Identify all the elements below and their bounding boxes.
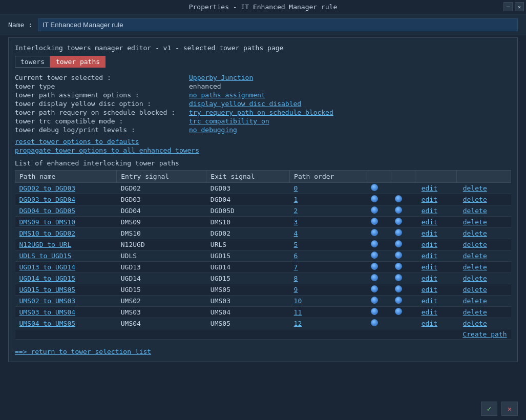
tab-tower-paths[interactable]: tower paths: [50, 56, 106, 68]
path-name-link[interactable]: UMS02 to UMS03: [19, 297, 76, 305]
entry-signal: UMS03: [117, 307, 206, 318]
reset-link[interactable]: reset tower options to defaults: [15, 138, 139, 145]
path-name-link[interactable]: UDLS to UGD15: [19, 252, 72, 260]
footer-close-button[interactable]: ✕: [501, 402, 518, 416]
blue-dot-2[interactable]: [395, 240, 402, 247]
path-name-link[interactable]: DGD02 to DGD03: [19, 184, 76, 192]
blue-dot-1[interactable]: [371, 263, 378, 270]
paths-table: Path name Entry signal Exit signal Path …: [15, 170, 511, 340]
path-order-link[interactable]: 12: [294, 320, 302, 327]
blue-dot-2[interactable]: [395, 251, 402, 259]
blue-dot-1[interactable]: [371, 218, 378, 225]
col-delete: [457, 171, 511, 183]
path-name-link[interactable]: DMS10 to DGD02: [19, 229, 76, 237]
path-name-link[interactable]: UMS04 to UMS05: [19, 320, 76, 327]
minimize-button[interactable]: ─: [503, 2, 513, 11]
path-order-link[interactable]: 4: [294, 229, 298, 237]
blue-dot-1[interactable]: [371, 195, 378, 202]
blue-dot-2[interactable]: [395, 274, 402, 281]
field-value[interactable]: display yellow disc disabled: [189, 100, 301, 108]
edit-link[interactable]: edit: [422, 320, 437, 327]
path-order-link[interactable]: 0: [294, 184, 298, 192]
blue-dot-1[interactable]: [371, 274, 378, 281]
blue-dot-2[interactable]: [395, 206, 402, 214]
blue-dot-2[interactable]: [395, 285, 402, 292]
path-order-link[interactable]: 3: [294, 218, 298, 226]
exit-signal: UMS05: [206, 318, 290, 329]
path-order-link[interactable]: 10: [294, 297, 302, 305]
delete-link[interactable]: delete: [463, 286, 487, 293]
path-name-link[interactable]: UGD13 to UGD14: [19, 263, 76, 271]
edit-link[interactable]: edit: [422, 184, 437, 192]
field-value[interactable]: Upperby Junction: [189, 74, 253, 81]
delete-link[interactable]: delete: [463, 218, 487, 226]
blue-dot-1[interactable]: [371, 251, 378, 259]
blue-dot-1[interactable]: [371, 240, 378, 247]
blue-dot-1[interactable]: [371, 229, 378, 236]
path-order-link[interactable]: 2: [294, 207, 298, 215]
blue-dot-1[interactable]: [371, 319, 378, 326]
path-order-link[interactable]: 5: [294, 241, 298, 248]
name-input[interactable]: [38, 18, 518, 31]
path-name-link[interactable]: DGD03 to DGD04: [19, 196, 76, 203]
path-name-link[interactable]: DMS09 to DMS10: [19, 218, 76, 226]
blue-dot-1[interactable]: [371, 308, 378, 315]
tab-towers[interactable]: towers: [15, 56, 50, 68]
delete-link[interactable]: delete: [463, 241, 487, 248]
edit-link[interactable]: edit: [422, 308, 437, 316]
field-value[interactable]: try requery path on schedule blocked: [189, 109, 333, 116]
blue-dot-2[interactable]: [395, 218, 402, 225]
field-trc: tower trc compatible mode : trc compatib…: [15, 117, 511, 125]
edit-link[interactable]: edit: [422, 252, 437, 260]
propagate-link[interactable]: propagate tower options to all enhanced …: [15, 146, 199, 154]
field-value[interactable]: no debugging: [189, 126, 237, 134]
blue-dot-2[interactable]: [395, 195, 402, 202]
edit-link[interactable]: edit: [422, 297, 437, 305]
delete-link[interactable]: delete: [463, 297, 487, 305]
path-name-link[interactable]: N12UGD to URL: [19, 241, 72, 248]
blue-dot-1[interactable]: [371, 184, 378, 191]
edit-link[interactable]: edit: [422, 218, 437, 226]
path-order-link[interactable]: 8: [294, 275, 298, 282]
delete-link[interactable]: delete: [463, 263, 487, 271]
path-order-link[interactable]: 6: [294, 252, 298, 260]
path-order-link[interactable]: 7: [294, 263, 298, 271]
confirm-button[interactable]: ✓: [481, 402, 497, 416]
blue-dot-2[interactable]: [395, 297, 402, 304]
delete-link[interactable]: delete: [463, 320, 487, 327]
delete-link[interactable]: delete: [463, 252, 487, 260]
delete-link[interactable]: delete: [463, 207, 487, 215]
entry-signal: UDLS: [117, 250, 206, 262]
path-name-link[interactable]: DGD04 to DGD05: [19, 207, 76, 215]
edit-link[interactable]: edit: [422, 207, 437, 215]
delete-link[interactable]: delete: [463, 308, 487, 316]
edit-link[interactable]: edit: [422, 275, 437, 282]
path-name-link[interactable]: UMS03 to UMS04: [19, 308, 76, 316]
return-link[interactable]: ==> return to tower selection list: [15, 348, 151, 355]
blue-dot-2[interactable]: [395, 308, 402, 315]
edit-link[interactable]: edit: [422, 229, 437, 237]
blue-dot-2[interactable]: [395, 229, 402, 236]
blue-dot-1[interactable]: [371, 206, 378, 214]
blue-dot-1[interactable]: [371, 285, 378, 292]
path-order-link[interactable]: 11: [294, 308, 302, 316]
field-value[interactable]: trc compatibility on: [189, 117, 269, 125]
delete-link[interactable]: delete: [463, 184, 487, 192]
blue-dot-2[interactable]: [395, 263, 402, 270]
edit-link[interactable]: edit: [422, 263, 437, 271]
path-name-link[interactable]: UGD15 to UMS05: [19, 286, 76, 293]
create-path-link[interactable]: Create path: [462, 330, 507, 338]
path-order-link[interactable]: 9: [294, 286, 298, 293]
delete-link[interactable]: delete: [463, 275, 487, 282]
edit-link[interactable]: edit: [422, 241, 437, 248]
blue-dot-1[interactable]: [371, 297, 378, 304]
close-button[interactable]: ✕: [515, 2, 524, 11]
delete-link[interactable]: delete: [463, 229, 487, 237]
edit-link[interactable]: edit: [422, 196, 437, 203]
path-order-link[interactable]: 1: [294, 196, 298, 203]
field-value[interactable]: no paths assignment: [189, 91, 265, 99]
path-name-link[interactable]: UGD14 to UGD15: [19, 275, 76, 282]
field-debug: tower debug log/print levels : no debugg…: [15, 126, 511, 134]
edit-link[interactable]: edit: [422, 286, 437, 293]
delete-link[interactable]: delete: [463, 196, 487, 203]
